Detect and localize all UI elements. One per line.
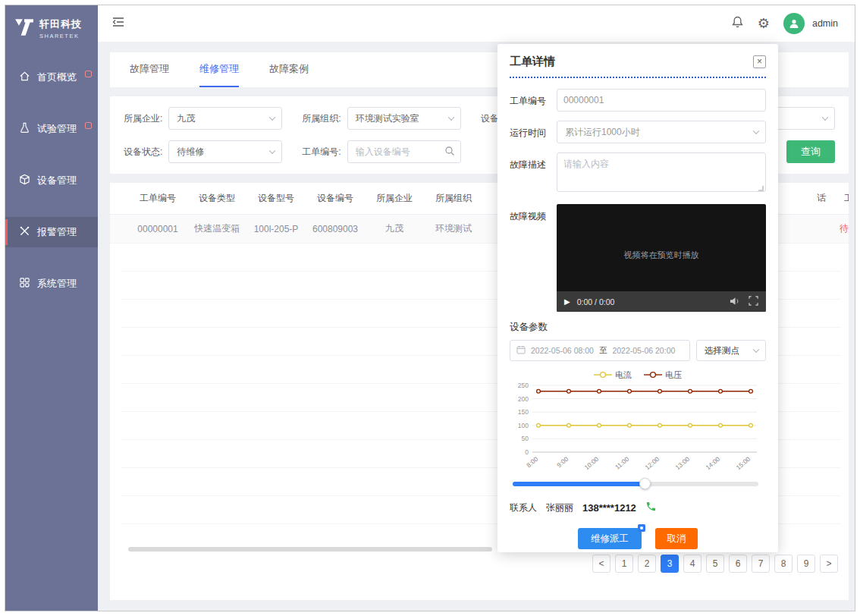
sidebar-item-alarm[interactable]: 报警管理: [5, 217, 98, 247]
fullscreen-icon[interactable]: [749, 295, 758, 309]
dispatch-repair-button[interactable]: 维修派工: [578, 528, 642, 549]
app-window: 轩田科技 SHARETEK 首页概览 试验管理: [0, 0, 860, 616]
chevron-down-icon: [269, 148, 275, 154]
svg-text:0: 0: [525, 448, 529, 456]
app-frame: 轩田科技 SHARETEK 首页概览 试验管理: [5, 5, 855, 611]
logo: 轩田科技 SHARETEK: [5, 14, 98, 62]
col-header: 所属企业: [365, 192, 424, 205]
page-button[interactable]: 4: [683, 555, 701, 573]
dotted-divider: [510, 77, 766, 78]
cell-status: 待维修: [840, 222, 849, 235]
order-no-filter-label: 工单编号:: [302, 146, 341, 159]
sidebar-item-label: 报警管理: [37, 225, 77, 239]
sidebar-item-device[interactable]: 设备管理: [5, 165, 98, 196]
page-button[interactable]: 9: [797, 555, 815, 573]
runtime-select[interactable]: 累计运行1000小时: [557, 121, 766, 143]
order-no-field[interactable]: [557, 89, 766, 112]
volume-icon[interactable]: [730, 295, 741, 309]
legend-item[interactable]: 电压: [644, 369, 682, 381]
sidebar-item-home[interactable]: 首页概览: [5, 62, 98, 93]
pagination: < 1 2 3 4 5 6 7 8 9 >: [592, 555, 838, 573]
org-select[interactable]: 环境测试实验室: [347, 107, 461, 130]
chevron-down-icon: [753, 347, 759, 353]
svg-text:150: 150: [518, 408, 529, 416]
time-range-slider[interactable]: [513, 478, 758, 489]
company-filter-label: 所属企业:: [124, 112, 162, 125]
sidebar-item-label: 系统管理: [37, 277, 77, 291]
calendar-icon: [516, 344, 526, 357]
notification-badge: [85, 122, 92, 129]
page-button[interactable]: 1: [615, 555, 633, 573]
avatar[interactable]: [783, 13, 805, 34]
date-range-picker[interactable]: 2022-05-06 08:00 至 2022-05-06 20:00: [510, 340, 690, 361]
video-player[interactable]: 视频将在预览时播放 ▶ 0:00 / 0:00: [557, 204, 766, 312]
chevron-down-icon: [447, 115, 454, 121]
page-button[interactable]: 2: [638, 555, 656, 573]
company-select[interactable]: 九茂: [168, 107, 282, 130]
svg-text:250: 250: [518, 382, 529, 389]
video-time: 0:00 / 0:00: [577, 297, 615, 306]
slider-fill: [513, 482, 645, 486]
topbar: ⚙ admin: [98, 5, 855, 42]
contact-phone: 138****1212: [582, 502, 636, 514]
legend-item[interactable]: 电流: [594, 369, 632, 381]
col-header: 设备编号: [306, 192, 365, 205]
cube-icon: [19, 174, 30, 187]
fault-video-label: 故障视频: [510, 204, 557, 312]
logo-mark-icon: [14, 18, 34, 39]
notification-badge: [85, 71, 92, 77]
logo-title: 轩田科技: [39, 17, 82, 31]
svg-text:15:00: 15:00: [735, 455, 752, 472]
horizontal-scrollbar[interactable]: [128, 547, 492, 552]
gear-icon[interactable]: ⚙: [758, 17, 770, 30]
sidebar-item-label: 设备管理: [37, 174, 77, 187]
page-prev-button[interactable]: <: [592, 555, 610, 573]
tools-icon: [19, 225, 30, 239]
col-header: 设备类型: [187, 192, 246, 205]
col-header: 所属组织: [424, 192, 483, 205]
col-header-phone-clipped: 话: [817, 192, 826, 205]
measure-point-select[interactable]: 选择测点: [696, 340, 766, 361]
bell-icon[interactable]: [731, 15, 744, 32]
status-select[interactable]: 待维修: [168, 140, 282, 163]
slider-handle[interactable]: [639, 478, 651, 489]
cell-device-type: 快速温变箱: [187, 222, 246, 235]
tab-fault-cases[interactable]: 故障案例: [269, 62, 309, 87]
page-button[interactable]: 6: [729, 555, 747, 573]
username-label: admin: [812, 18, 838, 29]
col-header: 设备型号: [246, 192, 306, 205]
chevron-down-icon: [269, 115, 275, 121]
cell-org: 环境测试: [424, 222, 483, 235]
status-filter-label: 设备状态:: [124, 146, 162, 159]
work-order-detail-modal: 工单详情 × 工单编号 运行时间 累计运行1000小时 故障描述: [497, 44, 778, 552]
home-icon: [19, 71, 30, 84]
chevron-down-icon: [753, 128, 759, 134]
device-params-label: 设备参数: [510, 321, 766, 334]
play-icon[interactable]: ▶: [564, 297, 570, 306]
close-icon[interactable]: ×: [753, 55, 766, 68]
page-button[interactable]: 7: [752, 555, 770, 573]
collapse-sidebar-icon[interactable]: [111, 16, 125, 31]
page-button[interactable]: 8: [774, 555, 793, 573]
flask-icon: [19, 122, 30, 136]
sidebar-item-system[interactable]: 系统管理: [5, 269, 98, 299]
sidebar-item-test[interactable]: 试验管理: [5, 114, 98, 144]
phone-icon[interactable]: [645, 501, 657, 514]
fault-desc-label: 故障描述: [510, 152, 557, 195]
page-button[interactable]: 5: [706, 555, 724, 573]
fault-desc-textarea[interactable]: [557, 152, 766, 192]
col-header: 工单编号: [128, 192, 187, 205]
cell-device-model: 100l-205-P: [246, 224, 306, 234]
cancel-button[interactable]: 取消: [655, 528, 698, 549]
page-button-active[interactable]: 3: [661, 555, 679, 573]
tab-fault-management[interactable]: 故障管理: [130, 62, 169, 87]
tab-repair-management[interactable]: 维修管理: [199, 62, 239, 87]
grid-icon: [19, 277, 30, 291]
search-button[interactable]: 查询: [786, 140, 835, 163]
sidebar: 轩田科技 SHARETEK 首页概览 试验管理: [5, 5, 98, 611]
date-separator: 至: [599, 345, 607, 356]
sidebar-item-label: 首页概览: [37, 71, 77, 84]
col-header-status-clipped: 工: [844, 192, 849, 205]
page-next-button[interactable]: >: [820, 555, 838, 573]
search-icon[interactable]: [444, 146, 455, 159]
